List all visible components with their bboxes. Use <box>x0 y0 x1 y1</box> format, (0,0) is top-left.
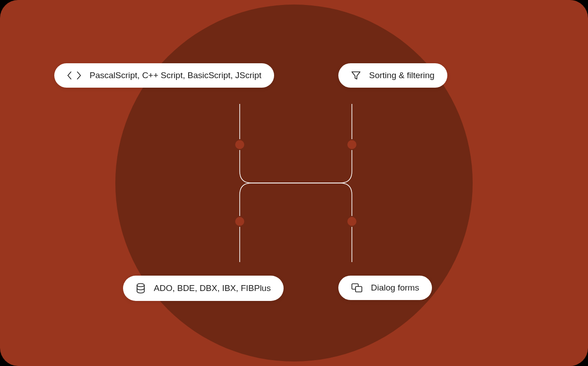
filter-icon <box>351 70 361 80</box>
database-icon <box>136 283 146 294</box>
node-sorting-filtering: Sorting & filtering <box>338 63 447 88</box>
diagram-canvas: PascalScript, C++ Script, BasicScript, J… <box>0 0 588 366</box>
node-dialog-forms: Dialog forms <box>338 276 432 300</box>
node-sorting-filtering-label: Sorting & filtering <box>369 70 435 80</box>
node-scripts-label: PascalScript, C++ Script, BasicScript, J… <box>90 70 261 80</box>
background-circle <box>115 5 473 361</box>
code-icon <box>67 70 81 80</box>
node-database: ADO, BDE, DBX, IBX, FIBPlus <box>123 276 284 301</box>
dialog-icon <box>351 283 363 293</box>
node-dialog-forms-label: Dialog forms <box>371 283 419 293</box>
node-scripts: PascalScript, C++ Script, BasicScript, J… <box>54 63 274 88</box>
svg-point-8 <box>137 284 144 287</box>
node-database-label: ADO, BDE, DBX, IBX, FIBPlus <box>154 283 271 293</box>
svg-rect-10 <box>356 286 362 292</box>
